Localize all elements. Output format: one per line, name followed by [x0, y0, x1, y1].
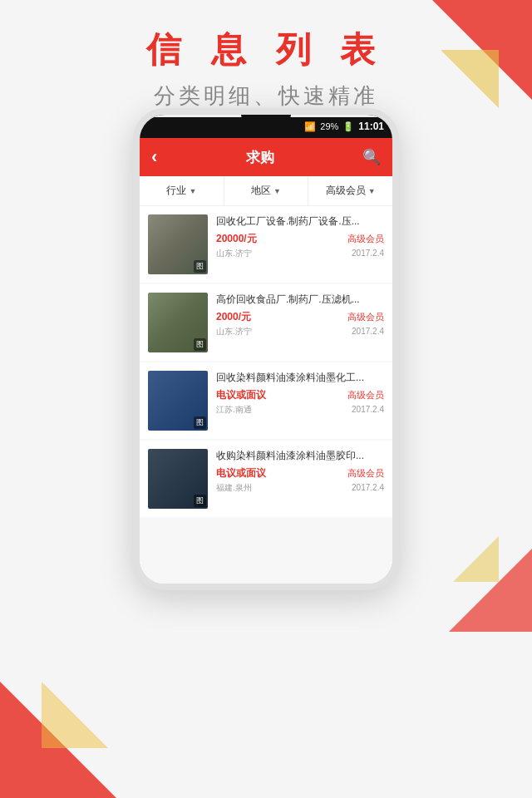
- filter-member[interactable]: 高级会员 ▼: [308, 176, 392, 205]
- item-content-4: 收购染料颜料油漆涂料油墨胶印... 电议或面议 高级会员 福建.泉州 2017.…: [216, 449, 384, 495]
- list-item[interactable]: 图 回收染料颜料油漆涂料油墨化工... 电议或面议 高级会员 江苏.南通 201…: [140, 362, 392, 439]
- item-image-3: 图: [148, 371, 208, 431]
- item-content-3: 回收染料颜料油漆涂料油墨化工... 电议或面议 高级会员 江苏.南通 2017.…: [216, 371, 384, 417]
- item-location-1: 山东.济宁: [216, 248, 252, 259]
- item-price-1: 20000/元: [216, 232, 257, 246]
- item-price-3: 电议或面议: [216, 388, 266, 402]
- list-item[interactable]: 图 收购染料颜料油漆涂料油墨胶印... 电议或面议 高级会员 福建.泉州 201…: [140, 441, 392, 517]
- filter-region-arrow: ▼: [273, 187, 281, 195]
- item-date-4: 2017.2.4: [352, 483, 384, 492]
- phone-mute-button: [133, 181, 135, 202]
- list-item[interactable]: 图 高价回收食品厂.制药厂.压滤机... 2000/元 高级会员 山东.济宁 2…: [140, 284, 392, 361]
- filter-member-arrow: ▼: [368, 187, 376, 195]
- back-button[interactable]: ‹: [151, 146, 157, 168]
- item-location-3: 江苏.南通: [216, 404, 252, 416]
- item-badge-4: 高级会员: [347, 467, 384, 480]
- filter-region[interactable]: 地区 ▼: [224, 176, 309, 205]
- phone-mockup: 📶 29% 🔋 11:01 ‹ 求购 🔍 行业 ▼ 地区 ▼ 高级会员: [133, 108, 399, 590]
- nav-title: 求购: [246, 148, 274, 167]
- item-content-1: 回收化工厂设备.制药厂设备.压... 20000/元 高级会员 山东.济宁 20…: [216, 214, 384, 261]
- img-label-4: 图: [194, 495, 206, 507]
- item-title-1: 回收化工厂设备.制药厂设备.压...: [216, 214, 384, 229]
- item-list: 图 回收化工厂设备.制药厂设备.压... 20000/元 高级会员 山东.济宁 …: [140, 206, 392, 590]
- item-image-1: 图: [148, 214, 208, 274]
- item-price-2: 2000/元: [216, 310, 251, 324]
- item-date-1: 2017.2.4: [352, 249, 384, 258]
- status-time: 11:01: [358, 121, 384, 132]
- deco-tri-mid-right2: [453, 536, 499, 582]
- phone-power-button: [397, 198, 399, 231]
- page-title: 信 息 列 表: [0, 27, 532, 73]
- img-label-2: 图: [194, 338, 206, 351]
- item-date-3: 2017.2.4: [352, 405, 384, 414]
- item-image-2: 图: [148, 293, 208, 352]
- item-price-4: 电议或面议: [216, 466, 266, 480]
- item-badge-3: 高级会员: [347, 389, 384, 401]
- item-date-2: 2017.2.4: [352, 327, 384, 336]
- img-label-1: 图: [194, 260, 206, 273]
- filter-member-label: 高级会员: [326, 184, 366, 198]
- filter-region-label: 地区: [251, 184, 271, 198]
- item-title-2: 高价回收食品厂.制药厂.压滤机...: [216, 293, 384, 307]
- filter-bar: 行业 ▼ 地区 ▼ 高级会员 ▼: [140, 176, 392, 206]
- list-item[interactable]: 图 回收化工厂设备.制药厂设备.压... 20000/元 高级会员 山东.济宁 …: [140, 206, 392, 283]
- filter-industry[interactable]: 行业 ▼: [140, 176, 224, 205]
- phone-volume-up-button: [133, 210, 135, 239]
- page-subtitle: 分类明细、快速精准: [0, 81, 532, 111]
- battery-icon: 🔋: [342, 121, 354, 132]
- item-badge-1: 高级会员: [347, 233, 384, 245]
- img-label-3: 图: [194, 416, 206, 429]
- phone-camera: [241, 115, 291, 121]
- phone-volume-down-button: [133, 248, 135, 277]
- signal-icon: 📶: [304, 121, 316, 132]
- item-location-4: 福建.泉州: [216, 482, 252, 494]
- item-title-3: 回收染料颜料油漆涂料油墨化工...: [216, 371, 384, 385]
- item-badge-2: 高级会员: [347, 311, 384, 323]
- deco-tri-bottom-left2: [42, 682, 108, 748]
- item-image-4: 图: [148, 449, 208, 509]
- nav-bar: ‹ 求购 🔍: [140, 138, 392, 176]
- item-content-2: 高价回收食品厂.制药厂.压滤机... 2000/元 高级会员 山东.济宁 201…: [216, 293, 384, 339]
- item-location-2: 山东.济宁: [216, 326, 252, 337]
- item-title-4: 收购染料颜料油漆涂料油墨胶印...: [216, 449, 384, 463]
- filter-industry-label: 行业: [166, 184, 186, 198]
- search-button[interactable]: 🔍: [362, 148, 381, 166]
- phone-screen: 📶 29% 🔋 11:01 ‹ 求购 🔍 行业 ▼ 地区 ▼ 高级会员: [133, 108, 399, 590]
- battery-percent: 29%: [320, 121, 338, 131]
- page-header: 信 息 列 表 分类明细、快速精准: [0, 0, 532, 119]
- filter-industry-arrow: ▼: [189, 187, 196, 195]
